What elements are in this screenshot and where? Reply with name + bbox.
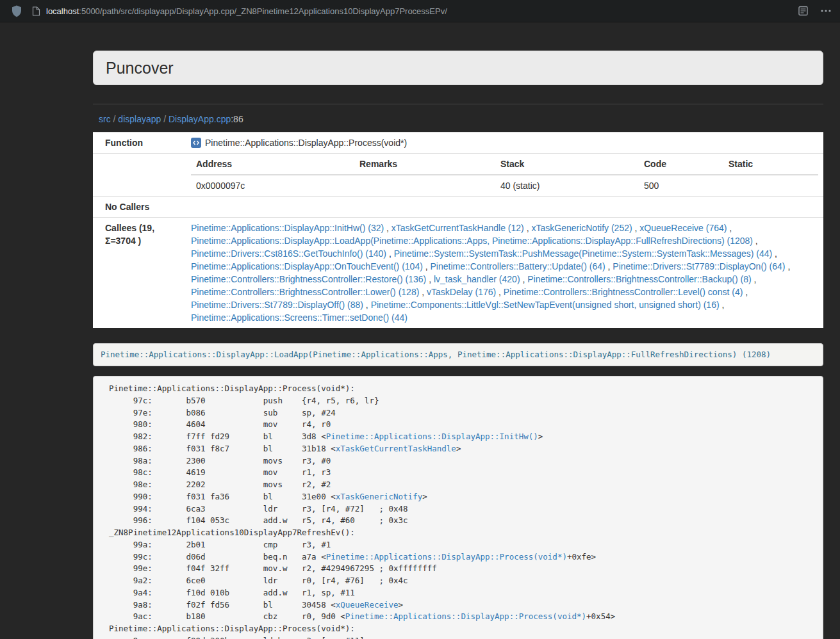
divider bbox=[93, 104, 823, 104]
address-bar[interactable]: localhost:5000/path/src/displayapp/Displ… bbox=[32, 6, 786, 16]
metrics-row-spacer bbox=[93, 154, 186, 197]
metrics-col-remarks: Remarks bbox=[354, 154, 495, 175]
callee-link[interactable]: Pinetime::Components::LittleVgl::SetNewT… bbox=[371, 300, 720, 310]
metrics-cell bbox=[354, 175, 495, 196]
function-row-label: Function bbox=[93, 133, 186, 154]
metrics-header-row: AddressRemarksStackCodeStatic bbox=[191, 154, 818, 175]
disassembly-symbol-link[interactable]: xTaskGenericNotify bbox=[336, 492, 422, 501]
metrics-row: 0x0000097c40 (static)500 bbox=[191, 175, 818, 196]
url-text: localhost:5000/path/src/displayapp/Displ… bbox=[46, 6, 447, 16]
metrics-cell: 500 bbox=[639, 175, 723, 196]
page-icon bbox=[32, 6, 40, 16]
url-host: localhost bbox=[46, 6, 79, 16]
no-callers-row: No Callers bbox=[93, 197, 823, 218]
callees-cell: Pinetime::Applications::DisplayApp::Init… bbox=[186, 218, 823, 328]
callee-link[interactable]: xQueueReceive (764) bbox=[639, 223, 727, 233]
breadcrumb-link[interactable]: src bbox=[99, 114, 111, 124]
browser-chrome: localhost:5000/path/src/displayapp/Displ… bbox=[0, 0, 840, 22]
callee-link[interactable]: Pinetime::Drivers::St7789::DisplayOn() (… bbox=[613, 261, 785, 271]
app-header: Puncover bbox=[93, 51, 823, 85]
metrics-cell bbox=[723, 175, 818, 196]
highlighted-symbol-link[interactable]: Pinetime::Applications::DisplayApp::Load… bbox=[101, 350, 771, 359]
disassembly-symbol-link[interactable]: xQueueReceive bbox=[336, 600, 399, 610]
callee-link[interactable]: Pinetime::Controllers::BrightnessControl… bbox=[527, 274, 751, 284]
shield-icon[interactable] bbox=[12, 5, 22, 17]
app-title: Puncover bbox=[106, 58, 811, 77]
metrics-body: 0x0000097c40 (static)500 bbox=[191, 175, 818, 196]
callee-link[interactable]: Pinetime::Controllers::BrightnessControl… bbox=[191, 287, 419, 297]
callee-link[interactable]: xTaskGetCurrentTaskHandle (12) bbox=[391, 223, 524, 233]
breadcrumb-line-number: :86 bbox=[231, 114, 243, 124]
metrics-cell: 0x0000097c bbox=[191, 175, 354, 196]
callees-label: Callees (19, Σ=3704 ) bbox=[93, 218, 186, 328]
callee-link[interactable]: xTaskGenericNotify (252) bbox=[531, 223, 632, 233]
callee-link[interactable]: Pinetime::Drivers::St7789::DisplayOff() … bbox=[191, 300, 363, 310]
disassembly-symbol-link[interactable]: Pinetime::Applications::DisplayApp::Init… bbox=[326, 432, 538, 441]
metrics-col-stack: Stack bbox=[495, 154, 639, 175]
metrics-row-wrap: AddressRemarksStackCodeStatic 0x0000097c… bbox=[93, 154, 823, 197]
callee-link[interactable]: Pinetime::Controllers::Battery::Update()… bbox=[431, 261, 605, 271]
shield-icon-glyph bbox=[12, 5, 22, 17]
callee-link[interactable]: Pinetime::Applications::Screens::Timer::… bbox=[191, 312, 408, 323]
disassembly-symbol-link[interactable]: Pinetime::Applications::DisplayApp::Proc… bbox=[345, 611, 586, 621]
disassembly-symbol-link[interactable]: Pinetime::Applications::DisplayApp::Proc… bbox=[326, 552, 567, 562]
no-callers-label: No Callers bbox=[93, 197, 186, 218]
callees-row: Callees (19, Σ=3704 ) Pinetime::Applicat… bbox=[93, 218, 823, 328]
menu-dots-icon[interactable] bbox=[821, 10, 831, 12]
callee-link[interactable]: Pinetime::Drivers::Cst816S::GetTouchInfo… bbox=[191, 248, 386, 259]
disassembly-symbol-link[interactable]: xTaskGetCurrentTaskHandle bbox=[336, 444, 456, 453]
callee-link[interactable]: lv_task_handler (420) bbox=[434, 274, 520, 284]
callee-link[interactable]: Pinetime::Applications::DisplayApp::Load… bbox=[191, 236, 753, 246]
callee-link[interactable]: Pinetime::Applications::DisplayApp::Init… bbox=[191, 223, 384, 233]
highlighted-symbol-box: Pinetime::Applications::DisplayApp::Load… bbox=[93, 343, 823, 366]
callee-link[interactable]: Pinetime::Applications::DisplayApp::OnTo… bbox=[191, 261, 423, 271]
function-row: Function Pinetime::Applications::Display… bbox=[93, 133, 823, 154]
breadcrumb-separator: / bbox=[161, 114, 169, 124]
symbol-table: Function Pinetime::Applications::Display… bbox=[93, 132, 823, 328]
callee-link[interactable]: vTaskDelay (176) bbox=[427, 287, 496, 297]
callee-link[interactable]: Pinetime::System::SystemTask::PushMessag… bbox=[394, 248, 773, 259]
callee-link[interactable]: Pinetime::Controllers::BrightnessControl… bbox=[504, 287, 743, 297]
metrics-col-code: Code bbox=[639, 154, 723, 175]
metrics-table: AddressRemarksStackCodeStatic 0x0000097c… bbox=[191, 154, 818, 196]
function-name: Pinetime::Applications::DisplayApp::Proc… bbox=[205, 136, 407, 149]
metrics-col-static: Static bbox=[723, 154, 818, 175]
breadcrumb-link[interactable]: displayapp bbox=[118, 114, 161, 124]
url-path: :5000/path/src/displayapp/DisplayApp.cpp… bbox=[79, 6, 447, 16]
disassembly-pre: Pinetime::Applications::DisplayApp::Proc… bbox=[93, 376, 823, 639]
callee-link[interactable]: Pinetime::Controllers::BrightnessControl… bbox=[191, 274, 426, 284]
no-callers-cell bbox=[186, 197, 823, 218]
metrics-col-address: Address bbox=[191, 154, 354, 175]
function-icon bbox=[191, 138, 201, 148]
reader-view-icon[interactable] bbox=[798, 6, 808, 16]
breadcrumb-separator: / bbox=[111, 114, 119, 124]
breadcrumb-link[interactable]: DisplayApp.cpp bbox=[169, 114, 231, 124]
breadcrumb: src / displayapp / DisplayApp.cpp:86 bbox=[93, 113, 823, 125]
metrics-cell: 40 (static) bbox=[495, 175, 639, 196]
main-content: Puncover src / displayapp / DisplayApp.c… bbox=[93, 51, 823, 639]
function-cell: Pinetime::Applications::DisplayApp::Proc… bbox=[191, 136, 818, 149]
